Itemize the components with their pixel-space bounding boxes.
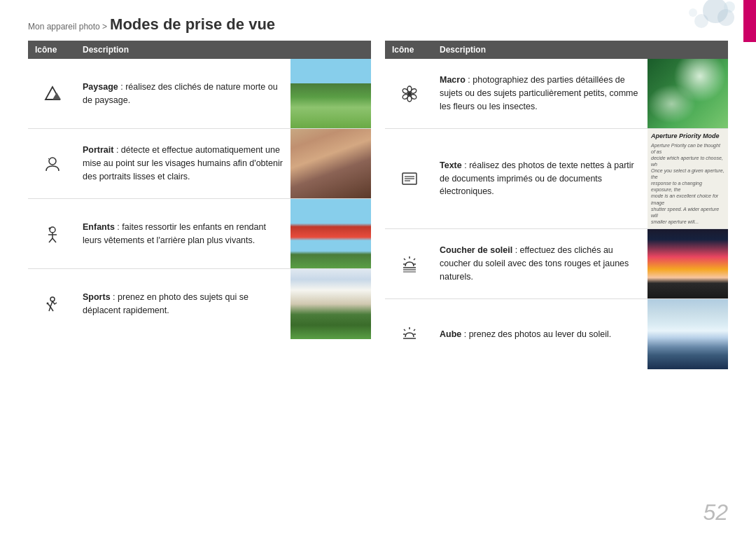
right-header-icone: Icône — [385, 45, 434, 55]
icon-cell-coucher — [385, 229, 434, 298]
sports-icon — [43, 294, 62, 314]
svg-marker-6 — [52, 92, 61, 99]
paysage-title: Paysage — [83, 82, 118, 92]
image-coucher — [648, 229, 728, 298]
sports-title: Sports — [83, 292, 111, 302]
image-aube — [648, 299, 728, 369]
svg-point-14 — [49, 227, 51, 229]
image-sports — [290, 269, 371, 339]
svg-point-18 — [47, 303, 49, 305]
sports-description: Sports : prenez en photo des sujets qui … — [83, 291, 285, 317]
breadcrumb: Mon appareil photo > — [28, 22, 107, 32]
text-cell-enfants: Enfants : faites ressortir les enfants e… — [77, 199, 290, 268]
paysage-description: Paysage : réalisez des clichés de nature… — [83, 81, 285, 107]
row-portrait: Portrait : détecte et effectue automatiq… — [28, 129, 371, 199]
svg-point-15 — [50, 297, 55, 301]
magenta-bar — [743, 0, 756, 42]
image-paysage — [290, 59, 371, 128]
row-enfants: Enfants : faites ressortir les enfants e… — [28, 199, 371, 269]
main-content: Icône Description Paysage : réalisez des… — [0, 41, 756, 369]
sunset-icon — [400, 254, 419, 273]
svg-point-2 — [694, 14, 708, 28]
texte-description: Texte : réalisez des photos de texte net… — [440, 159, 642, 198]
macro-description: Macro : photographiez des parties détail… — [440, 74, 642, 113]
coucher-description: Coucher de soleil : effectuez des cliché… — [440, 244, 642, 283]
svg-line-40 — [414, 329, 415, 331]
right-header-description: Description — [434, 45, 728, 55]
svg-line-13 — [52, 238, 56, 242]
svg-point-3 — [724, 1, 735, 13]
icon-cell-sports — [28, 269, 77, 339]
row-sports: Sports : prenez en photo des sujets qui … — [28, 269, 371, 339]
row-texte: Texte : réalisez des photos de texte net… — [385, 129, 728, 229]
row-paysage: Paysage : réalisez des clichés de nature… — [28, 59, 371, 129]
page-number: 52 — [703, 500, 728, 525]
text-cell-macro: Macro : photographiez des parties détail… — [434, 59, 648, 128]
image-macro — [648, 59, 728, 128]
row-aube: Aube : prenez des photos au lever du sol… — [385, 299, 728, 369]
dawn-icon — [400, 324, 419, 344]
icon-cell-macro — [385, 59, 434, 128]
svg-line-32 — [404, 259, 405, 260]
text-cell-sports: Sports : prenez en photo des sujets qui … — [77, 269, 290, 339]
portrait-description: Portrait : détecte et effectue automatiq… — [83, 144, 285, 183]
text-cell-texte: Texte : réalisez des photos de texte net… — [434, 129, 648, 228]
page-header: Mon appareil photo > Modes de prise de v… — [0, 0, 756, 41]
flower-icon — [400, 84, 419, 104]
svg-line-41 — [404, 329, 405, 331]
image-texte: Aperture Priority Mode Aperture Priority… — [648, 129, 728, 228]
enfants-title: Enfants — [83, 222, 115, 232]
row-coucher: Coucher de soleil : effectuez des cliché… — [385, 229, 728, 299]
text-cell-paysage: Paysage : réalisez des clichés de nature… — [77, 59, 290, 128]
icon-cell-aube — [385, 299, 434, 369]
portrait-title: Portrait — [83, 145, 113, 155]
mountain-icon — [43, 84, 62, 104]
text-cell-portrait: Portrait : détecte et effectue automatiq… — [77, 129, 290, 198]
svg-point-7 — [49, 158, 56, 165]
right-table-header: Icône Description — [385, 41, 728, 59]
page-title: Modes de prise de vue — [110, 15, 275, 34]
text-cell-aube: Aube : prenez des photos au lever du sol… — [434, 299, 648, 369]
macro-title: Macro — [440, 75, 465, 85]
icon-cell-texte — [385, 129, 434, 228]
right-column: Icône Description — [385, 41, 728, 369]
image-enfants — [290, 199, 371, 268]
coucher-title: Coucher de soleil — [440, 245, 512, 255]
icon-cell-paysage — [28, 59, 77, 128]
left-header-icone: Icône — [28, 45, 77, 55]
texte-title: Texte — [440, 160, 462, 170]
text-cell-coucher: Coucher de soleil : effectuez des cliché… — [434, 229, 648, 298]
text-icon — [400, 169, 419, 188]
icon-cell-portrait — [28, 129, 77, 198]
enfants-description: Enfants : faites ressortir les enfants e… — [83, 221, 285, 247]
row-macro: Macro : photographiez des parties détail… — [385, 59, 728, 129]
left-header-description: Description — [77, 45, 371, 55]
svg-line-31 — [414, 259, 415, 260]
svg-point-4 — [689, 8, 697, 17]
child-icon — [43, 224, 62, 244]
header-decoration — [630, 0, 756, 42]
decoration-circles-icon — [630, 0, 743, 42]
aube-title: Aube — [440, 329, 461, 339]
svg-line-17 — [50, 307, 53, 311]
image-portrait — [290, 129, 371, 198]
portrait-icon — [43, 154, 62, 174]
aube-description: Aube : prenez des photos au lever du sol… — [440, 328, 642, 341]
left-column: Icône Description Paysage : réalisez des… — [28, 41, 371, 369]
columns-layout: Icône Description Paysage : réalisez des… — [28, 41, 728, 369]
svg-line-12 — [49, 238, 52, 242]
left-table-header: Icône Description — [28, 41, 371, 59]
icon-cell-enfants — [28, 199, 77, 268]
